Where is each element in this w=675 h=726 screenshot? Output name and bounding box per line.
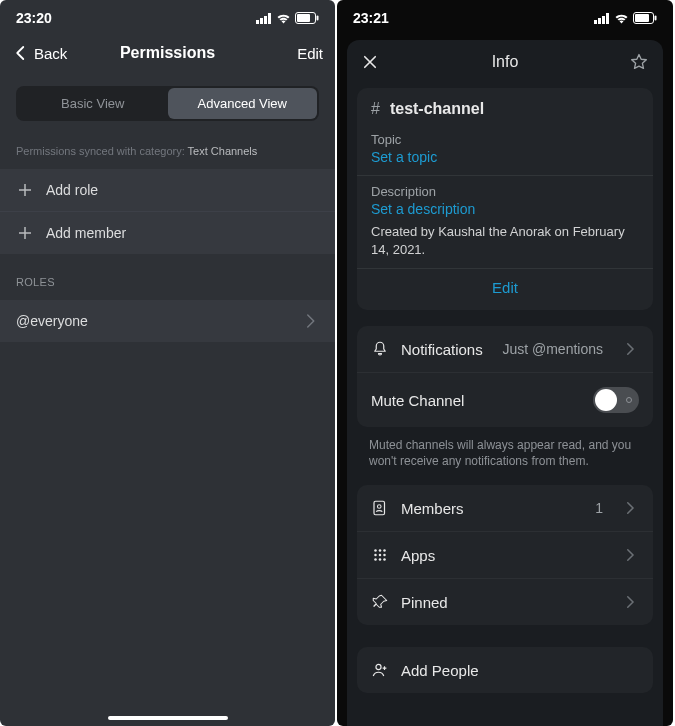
svg-point-23 bbox=[379, 559, 382, 562]
status-icons bbox=[594, 12, 657, 24]
svg-rect-1 bbox=[260, 18, 263, 24]
add-section: Add role Add member bbox=[0, 169, 335, 254]
status-icons bbox=[256, 12, 319, 24]
mute-label: Mute Channel bbox=[371, 392, 464, 409]
svg-rect-13 bbox=[655, 16, 657, 21]
back-button[interactable]: Back bbox=[12, 44, 67, 62]
add-member-label: Add member bbox=[46, 225, 126, 241]
add-people-row[interactable]: Add People bbox=[357, 647, 653, 693]
plus-icon bbox=[16, 224, 34, 242]
notifications-label: Notifications bbox=[401, 341, 483, 358]
status-bar: 23:21 bbox=[337, 0, 673, 36]
add-person-icon bbox=[371, 661, 389, 679]
channel-card: # test-channel Topic Set a topic Descrip… bbox=[357, 88, 653, 310]
role-everyone[interactable]: @everyone bbox=[0, 300, 335, 342]
set-topic-link[interactable]: Set a topic bbox=[371, 149, 639, 165]
status-time: 23:21 bbox=[353, 10, 389, 26]
wifi-icon bbox=[276, 13, 291, 24]
close-icon[interactable] bbox=[361, 53, 379, 71]
sync-note: Permissions synced with category: Text C… bbox=[0, 131, 335, 165]
page-title: Info bbox=[347, 53, 663, 71]
svg-rect-10 bbox=[606, 13, 609, 24]
notifications-value: Just @mentions bbox=[502, 341, 603, 357]
svg-rect-0 bbox=[256, 20, 259, 24]
description-label: Description bbox=[371, 184, 639, 199]
roles-header: ROLES bbox=[0, 254, 335, 296]
signal-icon bbox=[256, 13, 272, 24]
home-indicator[interactable] bbox=[108, 716, 228, 720]
nav-bar: Back Permissions Edit bbox=[0, 36, 335, 74]
plus-icon bbox=[16, 181, 34, 199]
pinned-row[interactable]: Pinned bbox=[357, 579, 653, 625]
chevron-right-icon bbox=[621, 593, 639, 611]
topic-label: Topic bbox=[371, 132, 639, 147]
battery-icon bbox=[633, 12, 657, 24]
svg-point-24 bbox=[383, 559, 386, 562]
svg-rect-12 bbox=[635, 14, 649, 22]
star-icon[interactable] bbox=[629, 52, 649, 72]
set-description-link[interactable]: Set a description bbox=[371, 201, 639, 217]
svg-rect-2 bbox=[264, 16, 267, 24]
chevron-right-icon bbox=[621, 546, 639, 564]
channel-name: test-channel bbox=[390, 100, 484, 118]
tab-basic-view[interactable]: Basic View bbox=[18, 88, 168, 119]
mute-channel-row: Mute Channel bbox=[357, 373, 653, 427]
pinned-label: Pinned bbox=[401, 594, 448, 611]
back-label: Back bbox=[34, 45, 67, 62]
view-toggle: Basic View Advanced View bbox=[16, 86, 319, 121]
members-label: Members bbox=[401, 500, 464, 517]
mute-hint: Muted channels will always appear read, … bbox=[347, 427, 663, 469]
role-label: @everyone bbox=[16, 313, 88, 329]
svg-rect-6 bbox=[317, 16, 319, 21]
svg-rect-9 bbox=[602, 16, 605, 24]
svg-point-17 bbox=[379, 550, 382, 553]
svg-rect-5 bbox=[297, 14, 310, 22]
members-count: 1 bbox=[595, 500, 603, 516]
created-text: Created by Kaushal the Anorak on Februar… bbox=[371, 223, 639, 258]
chevron-right-icon bbox=[621, 499, 639, 517]
edit-button[interactable]: Edit bbox=[297, 45, 323, 62]
chevron-right-icon bbox=[621, 340, 639, 358]
battery-icon bbox=[295, 12, 319, 24]
add-role-label: Add role bbox=[46, 182, 98, 198]
hash-icon: # bbox=[371, 100, 380, 118]
notifications-row[interactable]: Notifications Just @mentions bbox=[357, 326, 653, 373]
chevron-right-icon bbox=[301, 312, 319, 330]
details-section: Members 1 Apps Pinned bbox=[357, 485, 653, 625]
mute-toggle[interactable] bbox=[593, 387, 639, 413]
svg-point-16 bbox=[374, 550, 377, 553]
apps-label: Apps bbox=[401, 547, 435, 564]
svg-point-21 bbox=[383, 554, 386, 557]
status-time: 23:20 bbox=[16, 10, 52, 26]
bell-icon bbox=[371, 340, 389, 358]
pin-icon bbox=[371, 593, 389, 611]
chevron-left-icon bbox=[12, 44, 30, 62]
svg-point-22 bbox=[374, 559, 377, 562]
add-people-section: Add People bbox=[357, 647, 653, 693]
nav-bar: Info bbox=[347, 40, 663, 82]
permissions-screen: 23:20 Back Permissions Edit Basic View A… bbox=[0, 0, 335, 726]
signal-icon bbox=[594, 13, 610, 24]
add-role-row[interactable]: Add role bbox=[0, 169, 335, 212]
tab-advanced-view[interactable]: Advanced View bbox=[168, 88, 318, 119]
svg-rect-3 bbox=[268, 13, 271, 24]
edit-link[interactable]: Edit bbox=[371, 269, 639, 298]
svg-rect-8 bbox=[598, 18, 601, 24]
svg-point-25 bbox=[376, 665, 381, 670]
info-screen: 23:21 Info # test-channel Topic Set a to… bbox=[337, 0, 673, 726]
notifications-section: Notifications Just @mentions Mute Channe… bbox=[357, 326, 653, 427]
add-people-label: Add People bbox=[401, 662, 479, 679]
svg-point-20 bbox=[379, 554, 382, 557]
svg-point-15 bbox=[377, 505, 381, 509]
apps-row[interactable]: Apps bbox=[357, 532, 653, 579]
members-row[interactable]: Members 1 bbox=[357, 485, 653, 532]
members-icon bbox=[371, 499, 389, 517]
wifi-icon bbox=[614, 13, 629, 24]
add-member-row[interactable]: Add member bbox=[0, 212, 335, 254]
apps-icon bbox=[371, 546, 389, 564]
roles-list: @everyone bbox=[0, 300, 335, 342]
svg-point-18 bbox=[383, 550, 386, 553]
status-bar: 23:20 bbox=[0, 0, 335, 36]
svg-point-19 bbox=[374, 554, 377, 557]
svg-rect-7 bbox=[594, 20, 597, 24]
